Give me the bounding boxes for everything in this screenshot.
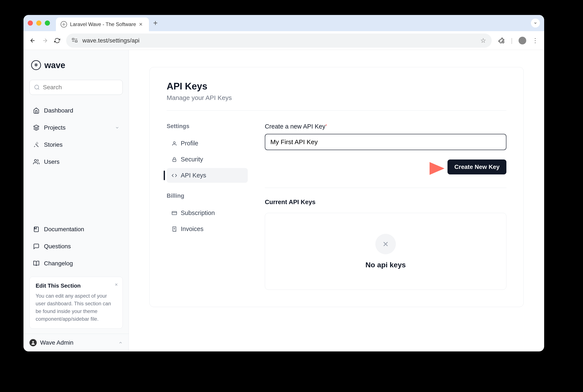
settings-item-label: Profile [181, 140, 198, 147]
credit-card-icon [171, 210, 177, 216]
sidebar-item-label: Users [44, 158, 59, 165]
sidebar-item-label: Changelog [44, 260, 73, 267]
search-input[interactable] [43, 84, 119, 91]
main-content: API Keys Manage your API Keys Settings P… [129, 50, 544, 352]
info-card: × Edit This Section You can edit any asp… [29, 277, 123, 328]
home-icon [33, 107, 40, 114]
sidebar: wave Dashboard Pr [23, 50, 129, 352]
user-icon [171, 140, 177, 146]
settings-card: API Keys Manage your API Keys Settings P… [149, 67, 524, 307]
sidebar-item-label: Questions [44, 243, 71, 250]
app-content: wave Dashboard Pr [23, 50, 544, 352]
sidebar-user[interactable]: Wave Admin [23, 334, 129, 352]
current-keys-heading: Current API Keys [265, 198, 506, 206]
logo-text: wave [44, 60, 65, 70]
minimize-window-button[interactable] [36, 20, 41, 26]
address-bar[interactable]: wave.test/settings/api ☆ [66, 34, 492, 48]
code-icon [171, 172, 177, 178]
search-icon [34, 84, 40, 90]
sidebar-item-users[interactable]: Users [29, 154, 123, 170]
required-indicator: * [325, 124, 327, 128]
maximize-window-button[interactable] [45, 20, 50, 26]
sidebar-item-projects[interactable]: Projects [29, 120, 123, 135]
window-controls [28, 20, 50, 26]
settings-item-security[interactable]: Security [167, 152, 248, 167]
user-avatar-icon [29, 339, 37, 346]
nav-bar: wave.test/settings/api ☆ | ⋮ [23, 31, 544, 50]
forward-button[interactable] [42, 37, 48, 44]
empty-text: No api keys [366, 261, 406, 269]
svg-rect-6 [173, 159, 176, 162]
logo[interactable]: wave [29, 60, 123, 70]
browser-window: Laravel Wave - The Software × + wave.tes… [23, 15, 544, 352]
bookmark-square-icon [33, 226, 40, 233]
sidebar-item-label: Documentation [44, 226, 84, 233]
form-column: Create a new API Key* Create New Key Cur… [265, 123, 506, 290]
search-box[interactable] [29, 80, 123, 95]
tab-favicon [61, 21, 67, 28]
chevron-up-icon [118, 340, 123, 345]
new-tab-button[interactable]: + [153, 18, 158, 28]
layers-icon [33, 124, 40, 131]
book-open-icon [33, 260, 40, 267]
sidebar-item-questions[interactable]: Questions [29, 239, 123, 254]
browser-menu-icon[interactable]: ⋮ [532, 37, 538, 44]
reload-button[interactable] [54, 38, 60, 44]
settings-heading: Settings [167, 123, 265, 130]
settings-item-label: API Keys [181, 172, 206, 179]
nav-list: Dashboard Projects Stories [29, 103, 123, 170]
sidebar-item-documentation[interactable]: Documentation [29, 222, 123, 237]
settings-item-profile[interactable]: Profile [167, 136, 248, 151]
users-icon [33, 158, 40, 165]
billing-heading: Billing [167, 192, 265, 199]
settings-item-label: Invoices [181, 226, 203, 232]
tab-bar: Laravel Wave - The Software × + [23, 15, 544, 31]
svg-point-5 [173, 142, 175, 144]
settings-item-api-keys[interactable]: API Keys [167, 168, 248, 183]
sidebar-item-dashboard[interactable]: Dashboard [29, 103, 123, 118]
close-icon[interactable]: × [115, 282, 118, 288]
settings-item-subscription[interactable]: Subscription [167, 206, 248, 220]
svg-rect-7 [172, 211, 177, 214]
browser-tab[interactable]: Laravel Wave - The Software × [56, 18, 149, 31]
settings-item-label: Subscription [181, 210, 215, 216]
settings-nav: Settings Profile [167, 123, 265, 290]
x-icon [375, 234, 396, 254]
settings-item-invoices[interactable]: Invoices [167, 222, 248, 236]
info-card-title: Edit This Section [36, 282, 116, 289]
sidebar-item-label: Dashboard [44, 107, 73, 114]
field-label: Create a new API Key [265, 123, 325, 130]
user-name: Wave Admin [40, 339, 73, 346]
site-settings-icon[interactable] [72, 38, 78, 43]
close-window-button[interactable] [28, 20, 33, 26]
empty-state: No api keys [265, 213, 506, 290]
tab-close-icon[interactable]: × [139, 21, 142, 28]
svg-point-1 [35, 85, 39, 89]
arrow-annotation [357, 156, 447, 181]
logo-icon [31, 60, 41, 70]
page-title: API Keys [167, 81, 506, 92]
api-key-name-input[interactable] [265, 134, 506, 150]
settings-item-label: Security [181, 156, 203, 163]
separator: | [511, 37, 513, 44]
chevron-down-icon [115, 126, 119, 130]
tab-title: Laravel Wave - The Software [70, 21, 136, 27]
url-text: wave.test/settings/api [82, 37, 139, 44]
help-list: Documentation Questions Changelog [29, 222, 123, 271]
create-new-key-button[interactable]: Create New Key [448, 160, 506, 174]
sidebar-item-label: Stories [44, 141, 62, 148]
profile-avatar[interactable] [519, 37, 526, 44]
tab-overflow-button[interactable] [531, 18, 540, 28]
back-button[interactable] [29, 37, 36, 44]
receipt-icon [171, 226, 177, 232]
svg-point-2 [34, 160, 36, 162]
svg-rect-0 [72, 38, 74, 40]
sidebar-item-stories[interactable]: Stories [29, 137, 123, 152]
bookmark-icon[interactable]: ☆ [480, 37, 486, 44]
extensions-icon[interactable] [498, 37, 505, 44]
info-card-body: You can edit any aspect of your user das… [36, 292, 116, 323]
wand-icon [33, 141, 40, 148]
sidebar-item-changelog[interactable]: Changelog [29, 256, 123, 271]
sidebar-item-label: Projects [44, 124, 65, 131]
divider [265, 188, 506, 188]
